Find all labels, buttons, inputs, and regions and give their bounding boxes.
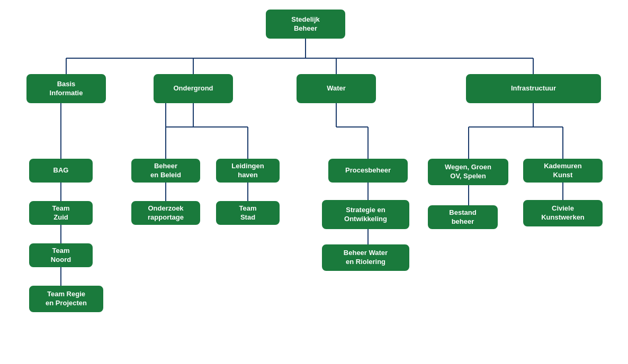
node-water: Water (297, 74, 376, 103)
node-root: StedelijkBeheer (266, 10, 345, 39)
node-teamregie: Team Regieen Projecten (29, 286, 103, 312)
node-civiele: CivieleKunstwerken (523, 200, 603, 226)
node-leidingen: Leidingenhaven (216, 159, 280, 183)
org-chart: StedelijkBeheer BasisInformatie Ondergro… (0, 0, 628, 364)
node-teamnoord: TeamNoord (29, 243, 93, 267)
node-onderzoek: Onderzoekrapportage (131, 201, 200, 225)
node-wegen: Wegen, GroenOV, Spelen (428, 159, 508, 185)
node-kademuren: KademurenKunst (523, 159, 603, 183)
node-bestandbeheer: Bestandbeheer (428, 205, 498, 229)
node-beheerwaterriolering: Beheer Wateren Riolering (322, 244, 409, 271)
node-procesbeheer: Procesbeheer (328, 159, 408, 183)
node-teamstad: TeamStad (216, 201, 280, 225)
node-basis: BasisInformatie (26, 74, 106, 103)
node-ondergrond: Ondergrond (154, 74, 233, 103)
node-teamzuid: TeamZuid (29, 201, 93, 225)
node-bag: BAG (29, 159, 93, 183)
node-infra: Infrastructuur (466, 74, 601, 103)
node-beheerbeleid: Beheeren Beleid (131, 159, 200, 183)
node-strategie: Strategie enOntwikkeling (322, 200, 409, 229)
